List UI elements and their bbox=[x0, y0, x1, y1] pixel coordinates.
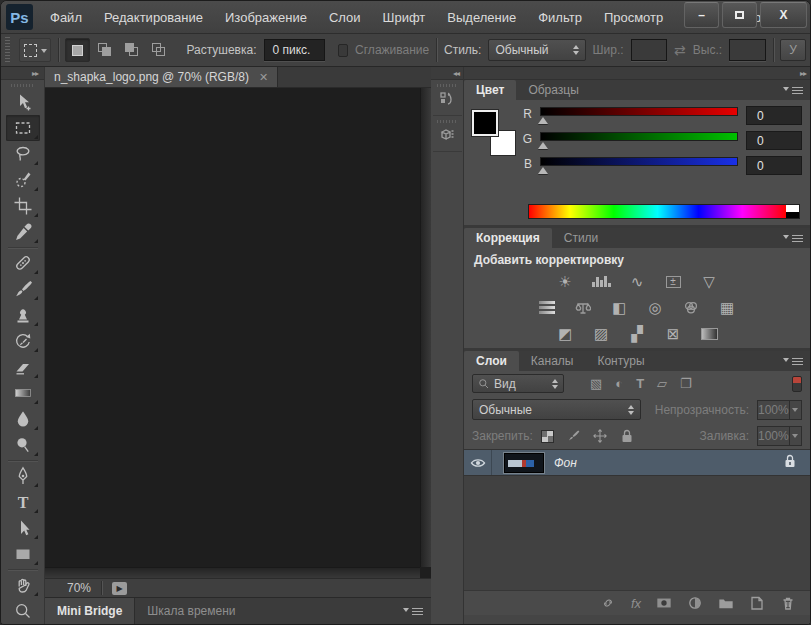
tab-adjustments[interactable]: Коррекция bbox=[464, 228, 552, 248]
new-adjustment-layer-icon[interactable] bbox=[687, 595, 703, 611]
brush-tool[interactable] bbox=[6, 276, 40, 302]
canvas[interactable] bbox=[45, 88, 431, 578]
document-tab[interactable]: n_shapka_logo.png @ 70% (RGB/8) ✕ bbox=[45, 67, 278, 87]
red-slider[interactable] bbox=[540, 106, 738, 126]
blue-value-input[interactable]: 0 bbox=[746, 156, 802, 175]
height-input[interactable] bbox=[729, 39, 765, 61]
filter-smart-objects-icon[interactable]: ❐ bbox=[680, 376, 692, 391]
posterize-icon[interactable]: ▨ bbox=[588, 323, 615, 344]
eraser-tool[interactable] bbox=[6, 354, 40, 380]
tab-color[interactable]: Цвет bbox=[464, 80, 516, 100]
feather-input[interactable]: 0 пикс. bbox=[264, 39, 325, 61]
lock-image-pixels-icon[interactable] bbox=[565, 428, 581, 444]
opacity-dropdown-icon[interactable] bbox=[789, 401, 801, 419]
tab-paths[interactable]: Контуры bbox=[585, 351, 656, 371]
menu-image[interactable]: Изображение bbox=[214, 10, 318, 25]
layers-panel-menu[interactable] bbox=[783, 351, 803, 371]
filter-shape-layers-icon[interactable]: ▱ bbox=[657, 376, 667, 391]
rectangular-marquee-tool[interactable] bbox=[6, 115, 40, 141]
menu-view[interactable]: Просмотр bbox=[593, 10, 674, 25]
layer-name[interactable]: Фон bbox=[554, 456, 577, 470]
move-tool[interactable] bbox=[6, 89, 40, 115]
history-brush-tool[interactable] bbox=[6, 328, 40, 354]
refine-edge-button[interactable]: У bbox=[780, 39, 806, 61]
hand-tool[interactable] bbox=[6, 572, 40, 598]
intersect-selection-button[interactable] bbox=[146, 38, 171, 62]
lock-position-icon[interactable] bbox=[592, 428, 608, 444]
new-group-icon[interactable] bbox=[718, 595, 734, 611]
menu-select[interactable]: Выделение bbox=[436, 10, 527, 25]
swap-dimensions-icon[interactable]: ⇄ bbox=[674, 42, 686, 58]
green-value-input[interactable]: 0 bbox=[746, 131, 802, 150]
minimize-button[interactable]: – bbox=[684, 2, 719, 28]
width-input[interactable] bbox=[631, 39, 667, 61]
tool-preset-picker[interactable] bbox=[19, 38, 50, 62]
exposure-icon[interactable]: ± bbox=[660, 271, 687, 292]
fill-dropdown-icon[interactable] bbox=[789, 427, 801, 445]
style-select[interactable]: Обычный bbox=[488, 39, 585, 61]
tab-channels[interactable]: Каналы bbox=[519, 351, 586, 371]
gradient-map-icon[interactable] bbox=[696, 323, 723, 344]
antialias-checkbox[interactable] bbox=[338, 44, 348, 57]
zoom-tool[interactable] bbox=[6, 598, 40, 624]
spectrum-gradient[interactable] bbox=[529, 205, 786, 218]
add-layer-mask-icon[interactable] bbox=[656, 595, 672, 611]
photo-filter-icon[interactable]: ◎ bbox=[642, 297, 669, 318]
menu-file[interactable]: Файл bbox=[39, 10, 93, 25]
lock-transparent-pixels-icon[interactable] bbox=[541, 430, 554, 443]
black-and-white-icon[interactable]: ◧ bbox=[606, 297, 633, 318]
history-panel-button[interactable] bbox=[433, 80, 462, 116]
channel-mixer-icon[interactable] bbox=[678, 297, 705, 318]
eyedropper-tool[interactable] bbox=[6, 219, 40, 245]
selective-color-icon[interactable]: ⊠ bbox=[660, 323, 687, 344]
zoom-level[interactable]: 70% bbox=[67, 581, 91, 595]
layer-visibility-cell[interactable] bbox=[464, 450, 492, 475]
dock-expand-header[interactable]: ◂◂ bbox=[431, 67, 463, 80]
properties-panel-button[interactable] bbox=[433, 116, 462, 152]
maximize-button[interactable] bbox=[722, 2, 757, 28]
invert-icon[interactable]: ◩ bbox=[552, 323, 579, 344]
delete-layer-icon[interactable] bbox=[780, 595, 796, 611]
levels-icon[interactable] bbox=[588, 271, 615, 292]
filter-type-layers-icon[interactable]: T bbox=[636, 376, 644, 391]
spot-healing-brush-tool[interactable] bbox=[6, 250, 40, 276]
red-slider-thumb[interactable] bbox=[538, 117, 548, 124]
dodge-tool[interactable] bbox=[6, 432, 40, 458]
vertical-scrollbar[interactable] bbox=[420, 88, 431, 567]
tab-mini-bridge[interactable]: Mini Bridge bbox=[45, 598, 135, 624]
layer-style-icon[interactable]: fx bbox=[631, 596, 641, 611]
color-panel-menu[interactable] bbox=[783, 80, 803, 100]
blur-tool[interactable] bbox=[6, 406, 40, 432]
menu-filter[interactable]: Фильтр bbox=[527, 10, 593, 25]
fill-input[interactable]: 100% bbox=[757, 426, 802, 446]
clone-stamp-tool[interactable] bbox=[6, 302, 40, 328]
red-value-input[interactable]: 0 bbox=[746, 106, 802, 125]
new-layer-icon[interactable] bbox=[749, 595, 765, 611]
brightness-contrast-icon[interactable]: ☀ bbox=[552, 271, 579, 292]
tab-swatches[interactable]: Образцы bbox=[516, 80, 590, 100]
tab-styles[interactable]: Стили bbox=[552, 228, 611, 248]
lasso-tool[interactable] bbox=[6, 141, 40, 167]
layer-row-background[interactable]: Фон bbox=[464, 450, 810, 476]
tools-collapse-header[interactable]: ▸▸ bbox=[1, 67, 44, 80]
gradient-tool[interactable] bbox=[6, 380, 40, 406]
pen-tool[interactable] bbox=[6, 463, 40, 489]
tools-grip[interactable] bbox=[11, 84, 35, 87]
panels-collapse-header[interactable]: ▸▸ bbox=[464, 67, 810, 80]
menu-edit[interactable]: Редактирование bbox=[93, 10, 214, 25]
layer-filter-select[interactable]: Вид bbox=[472, 374, 564, 393]
status-flyout-icon[interactable]: ▶ bbox=[112, 582, 127, 595]
spectrum-bw-end[interactable] bbox=[786, 205, 799, 218]
type-tool[interactable]: T bbox=[6, 489, 40, 515]
color-spectrum-bar[interactable] bbox=[528, 204, 800, 219]
color-balance-icon[interactable] bbox=[570, 297, 597, 318]
blend-mode-select[interactable]: Обычные bbox=[472, 399, 641, 420]
blue-slider-thumb[interactable] bbox=[538, 167, 548, 174]
quick-selection-tool[interactable] bbox=[6, 167, 40, 193]
threshold-icon[interactable]: ▞ bbox=[624, 323, 651, 344]
green-slider[interactable] bbox=[540, 131, 738, 151]
crop-tool[interactable] bbox=[6, 193, 40, 219]
menu-layers[interactable]: Слои bbox=[318, 10, 372, 25]
bottom-panel-menu[interactable] bbox=[403, 598, 423, 624]
close-tab-icon[interactable]: ✕ bbox=[259, 71, 268, 84]
